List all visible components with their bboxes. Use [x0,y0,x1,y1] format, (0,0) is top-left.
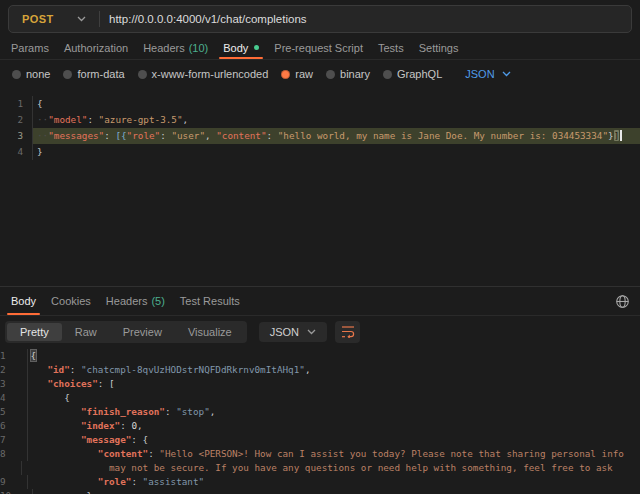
tab-headers[interactable]: Headers(10) [143,36,208,59]
tab-label: Body [11,295,36,307]
body-type-none[interactable]: none [12,68,50,80]
code-token: : [160,130,171,141]
view-raw[interactable]: Raw [62,323,110,341]
code-content: ··"messages": [{"role": "user", "content… [33,128,640,144]
view-pretty[interactable]: Pretty [7,323,62,341]
tab-settings[interactable]: Settings [419,36,459,59]
body-type-raw[interactable]: raw [281,68,313,80]
code-token: : [131,476,142,487]
tab-label: Body [223,42,248,54]
code-token: "model" [48,114,87,125]
method-selector[interactable]: POST [9,13,99,25]
tab-body[interactable]: Body [223,36,259,59]
body-type-graphql[interactable]: GraphQL [383,68,442,80]
body-type-x-www-form-urlencoded[interactable]: x-www-form-urlencoded [138,68,269,80]
code-line: 6 "index": 0, [0,419,640,433]
tab-params[interactable]: Params [11,36,49,59]
code-token: : [70,364,81,375]
code-token: "azure-gpt-3.5" [99,114,183,125]
response-view-row: PrettyRawPreviewVisualize JSON [0,316,640,347]
globe-icon[interactable] [615,294,630,313]
line-number: 6 [0,419,28,433]
body-type-binary[interactable]: binary [326,68,370,80]
tab-authorization[interactable]: Authorization [64,36,128,59]
radio-icon [63,70,72,79]
line-number: 1 [0,96,33,112]
raw-language-select[interactable]: JSON [465,68,510,80]
body-type-form-data[interactable]: form-data [63,68,124,80]
code-token [31,364,48,375]
code-line: 1{ [0,349,640,363]
count-badge: (5) [151,295,164,307]
view-preview[interactable]: Preview [110,323,175,341]
tab-pre-request-script[interactable]: Pre-request Script [274,36,363,59]
code-token: "chatcmpl-8qvUzHODstrNQFDdRkrnv0mItAHq1" [81,364,305,375]
code-content: } [33,144,640,160]
code-token: "stop" [176,406,210,417]
tab-label: Authorization [64,42,128,54]
radio-icon [12,70,21,79]
active-tab-underline [219,57,263,59]
code-token: "content" [98,448,148,459]
code-line: 4} [0,144,640,160]
body-type-row: noneform-datax-www-form-urlencodedrawbin… [0,60,640,88]
radio-label: GraphQL [397,68,442,80]
code-token: "role" [127,130,161,141]
code-content: "role": "assistant" [28,475,640,489]
line-number: 8 [0,447,28,461]
code-token: : [267,130,278,141]
response-tabs: BodyCookiesHeaders(5)Test Results [0,286,640,316]
code-token: "assistant" [143,476,205,487]
chevron-down-icon [307,329,316,335]
code-line: 3 "choices": [ [0,377,640,391]
response-language-select[interactable]: JSON [259,322,327,342]
code-line: may not be secure. If you have any quest… [0,461,640,475]
code-token: } [87,490,93,494]
code-token: , [205,130,216,141]
code-line: 1{ [0,96,640,112]
code-content: "choices": [ [28,377,640,391]
code-token: , [210,406,216,417]
code-token: { [37,98,43,109]
line-number: 1 [0,349,28,363]
code-token: : [148,448,159,459]
url-input[interactable]: http://0.0.0.0:4000/v1/chat/completions [109,13,631,25]
code-line: 7 "message": { [0,433,640,447]
line-number: 4 [0,144,33,160]
response-language-label: JSON [270,326,299,338]
response-body-editor[interactable]: 1{2 "id": "chatcmpl-8qvUzHODstrNQFDdRkrn… [0,347,640,494]
active-tab-underline [7,313,40,315]
radio-icon [383,70,392,79]
tab-tests[interactable]: Tests [378,36,404,59]
code-content: } [33,489,640,494]
radio-label: none [26,68,50,80]
code-content: ··"model": "azure-gpt-3.5", [33,112,640,128]
code-token: , [183,114,189,125]
view-visualize[interactable]: Visualize [175,323,245,341]
code-token: } [37,146,43,157]
response-tab-headers[interactable]: Headers(5) [106,287,165,315]
wrap-text-button[interactable] [335,321,360,343]
line-number: 4 [0,391,28,405]
response-tab-test-results[interactable]: Test Results [180,287,240,315]
code-token: "index" [81,420,120,431]
tab-label: Cookies [51,295,91,307]
code-token: "id" [47,364,69,375]
response-tab-cookies[interactable]: Cookies [51,287,91,315]
request-body-editor[interactable]: 1{2··"model": "azure-gpt-3.5",3··"messag… [0,88,640,286]
code-token [31,448,98,459]
code-token: "messages" [48,130,104,141]
response-tab-body[interactable]: Body [11,287,36,315]
code-token [25,462,109,473]
code-token: : { [131,434,148,445]
line-number: 3 [0,128,33,144]
code-content: "id": "chatcmpl-8qvUzHODstrNQFDdRkrnv0mI… [28,363,640,377]
chevron-down-icon [77,16,86,22]
code-token: : [165,406,176,417]
radio-icon [138,70,147,79]
line-number [0,461,22,475]
code-line: 2··"model": "azure-gpt-3.5", [0,112,640,128]
code-token: , [137,420,143,431]
code-token [31,434,81,445]
code-token [31,406,81,417]
